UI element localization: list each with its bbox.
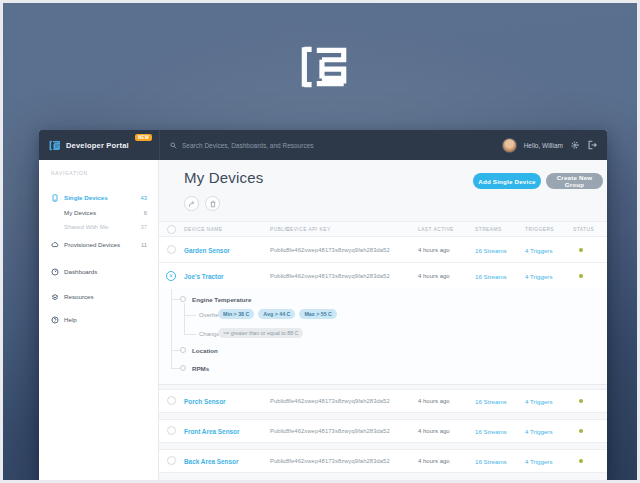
device-name-link[interactable]: Garden Sensor: [184, 246, 230, 253]
brand[interactable]: Developer Portal NEW: [39, 130, 159, 160]
share-button[interactable]: [184, 196, 199, 211]
triggers-link[interactable]: 4 Triggers: [525, 398, 553, 405]
sidebar-item-label: Shared With Me: [64, 223, 108, 230]
select-all-checkbox[interactable]: [167, 225, 176, 234]
public-label: Public: [270, 398, 286, 404]
gear-icon[interactable]: [570, 140, 580, 150]
stream-name[interactable]: Location: [192, 347, 218, 354]
last-active: 4 hours ago: [418, 458, 450, 464]
user-greeting: Hello, William: [524, 142, 563, 149]
tree-line: [171, 350, 180, 351]
help-icon: [51, 316, 59, 324]
device-name-link[interactable]: Front Area Sensor: [184, 428, 240, 435]
marketing-canvas: Developer Portal NEW Hello, William: [0, 0, 640, 483]
triggers-link[interactable]: 4 Triggers: [525, 246, 553, 253]
stream-bullet-icon: [180, 347, 186, 353]
global-search[interactable]: [159, 130, 502, 160]
sidebar-item-resources[interactable]: Resources: [39, 290, 159, 303]
tree-line: [171, 299, 180, 300]
row-checkbox[interactable]: [167, 426, 176, 435]
condition-badge: >= greater than or equal to 88 C: [218, 328, 303, 338]
sidebar-item-dashboards[interactable]: Dashboards: [39, 265, 159, 278]
device-name-link[interactable]: Back Area Sensor: [184, 458, 238, 465]
col-streams: STREAMS: [475, 227, 502, 232]
expanded-detail: Engine Temperature Overheating Min > 38 …: [159, 289, 607, 385]
trash-icon: [209, 200, 217, 208]
tree-line: [184, 334, 196, 335]
sidebar-item-help[interactable]: Help: [39, 313, 159, 326]
status-dot: [579, 429, 583, 433]
public-label: Public: [270, 458, 286, 464]
table-row: Porch Sensor Public 8fe462xwep48173s8zwy…: [159, 389, 607, 413]
device-icon: [51, 194, 59, 202]
streams-link[interactable]: 16 Streams: [475, 246, 507, 253]
public-label: Public: [270, 428, 286, 434]
layers-icon: [51, 293, 59, 301]
main-content: My Devices Add Single Device Create New …: [159, 160, 607, 481]
streams-link[interactable]: 16 Streams: [475, 273, 507, 280]
triggers-link[interactable]: 4 Triggers: [525, 458, 553, 465]
row-checkbox[interactable]: [167, 456, 176, 465]
col-triggers: TRIGGERS: [525, 227, 554, 232]
sidebar-item-count: 11: [141, 242, 147, 248]
search-input[interactable]: [182, 142, 402, 149]
trigger-conditions: >= greater than or equal to 88 C: [218, 328, 303, 338]
status-dot: [579, 248, 583, 252]
streams-link[interactable]: 16 Streams: [475, 398, 507, 405]
delete-button[interactable]: [205, 196, 220, 211]
search-icon: [170, 142, 177, 149]
tree-line: [171, 289, 172, 369]
api-key: 8fe462xwep48173s8zwyq9fah283da52: [286, 247, 390, 253]
api-key: 8fe462xwep48173s8zwyq9fah283da52: [286, 458, 390, 464]
sidebar-item-provisioned-devices[interactable]: Provisioned Devices 11: [39, 238, 159, 251]
add-single-device-button[interactable]: Add Single Device: [473, 173, 541, 189]
sidebar-item-label: Help: [64, 316, 77, 323]
page-title: My Devices: [184, 169, 264, 186]
sidebar: NAVIGATION Single Devices 43 My Devices …: [39, 160, 159, 481]
developer-portal-mini-logo: [48, 139, 61, 152]
last-active: 4 hours ago: [418, 247, 450, 253]
avatar[interactable]: [502, 138, 517, 153]
triggers-link[interactable]: 4 Triggers: [525, 273, 553, 280]
api-key: 8fe462xwep48173s8zwyq9fah283da52: [286, 428, 390, 434]
device-name-link[interactable]: Joe's Tractor: [184, 273, 224, 280]
row-checkbox[interactable]: [167, 396, 176, 405]
triggers-link[interactable]: 4 Triggers: [525, 428, 553, 435]
sidebar-item-my-devices[interactable]: My Devices 6: [39, 206, 159, 219]
stream-name[interactable]: RPMs: [192, 365, 209, 372]
tree-line: [184, 315, 196, 316]
table-row: Back Area Sensor Public 8fe462xwep48173s…: [159, 449, 607, 473]
table-header: DEVICE NAME PUBLIC DEVICE API KEY LAST A…: [159, 221, 607, 237]
table-row: Front Area Sensor Public 8fe462xwep48173…: [159, 419, 607, 443]
collapse-row-icon[interactable]: ×: [166, 271, 176, 281]
top-navbar: Developer Portal NEW Hello, William: [39, 130, 607, 160]
api-key: 8fe462xwep48173s8zwyq9fah283da52: [286, 273, 390, 279]
condition-badge: Max > 55 C: [299, 309, 337, 319]
col-status: STATUS: [573, 227, 594, 232]
stream-name[interactable]: Engine Temperature: [192, 296, 251, 303]
new-badge: NEW: [135, 134, 152, 141]
stream-bullet-icon: [180, 296, 186, 302]
streams-link[interactable]: 16 Streams: [475, 458, 507, 465]
condition-badge: Avg > 44 C: [258, 309, 295, 319]
device-name-link[interactable]: Porch Sensor: [184, 398, 226, 405]
sign-out-icon[interactable]: [587, 140, 597, 150]
sidebar-item-label: Provisioned Devices: [64, 241, 120, 248]
trigger-conditions: Min > 38 C Avg > 44 C Max > 55 C: [218, 309, 337, 319]
public-label: Public: [270, 247, 286, 253]
tree-line: [184, 303, 185, 334]
col-api-key: DEVICE API KEY: [286, 227, 331, 232]
sidebar-section-label: NAVIGATION: [51, 171, 88, 176]
brand-name: Developer Portal: [66, 141, 129, 150]
table-row-expanded: × Joe's Tractor Public 8fe462xwep48173s8…: [159, 263, 607, 289]
sidebar-item-label: Dashboards: [64, 268, 97, 275]
status-dot: [579, 399, 583, 403]
col-last-active: LAST ACTIVE: [418, 227, 454, 232]
sidebar-item-single-devices[interactable]: Single Devices 43: [39, 191, 159, 204]
sidebar-item-shared-with-me[interactable]: Shared With Me 37: [39, 220, 159, 233]
create-new-group-button[interactable]: Create New Group: [546, 173, 603, 189]
public-label: Public: [270, 273, 286, 279]
last-active: 4 hours ago: [418, 398, 450, 404]
row-checkbox[interactable]: [167, 245, 176, 254]
streams-link[interactable]: 16 Streams: [475, 428, 507, 435]
